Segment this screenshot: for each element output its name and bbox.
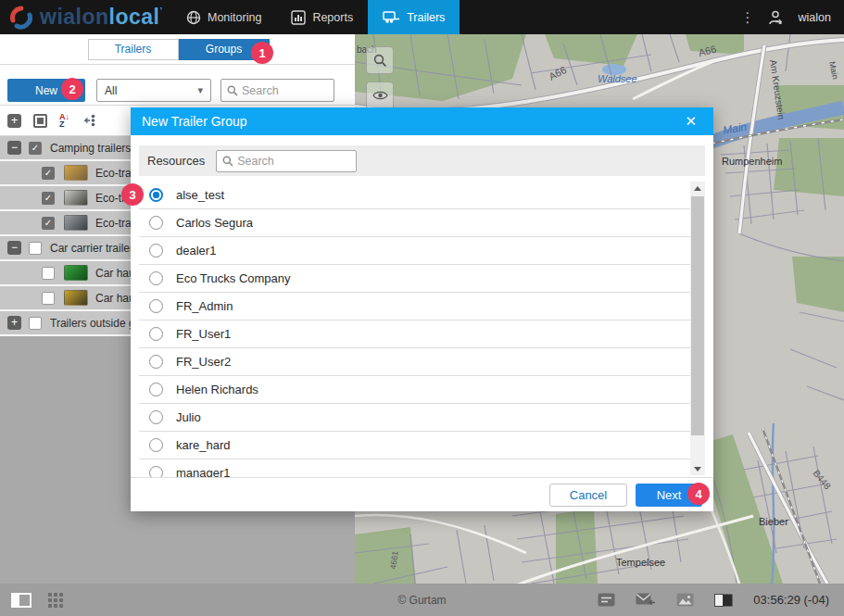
resource-row[interactable]: FR_User1 xyxy=(139,321,690,348)
checkbox[interactable]: ✓ xyxy=(29,142,42,155)
plus-expand-icon[interactable]: + xyxy=(7,316,21,330)
map-label: Waldsee xyxy=(598,73,637,84)
trailer-label: Car hau xyxy=(95,292,135,305)
map-label: Rumpenheim xyxy=(722,156,782,167)
tab-trailers[interactable]: Trailers xyxy=(88,39,179,60)
logo-brand: wialon xyxy=(40,5,109,29)
resource-name: alse_test xyxy=(176,188,224,202)
trailer-photo xyxy=(64,190,88,206)
wialon-logo: wialonlocalʼ xyxy=(0,0,171,34)
annotation-badge-4: 4 xyxy=(687,483,710,505)
minus-expand-icon[interactable]: − xyxy=(7,241,21,255)
dialog-footer: Cancel Next xyxy=(131,477,713,511)
resource-row[interactable]: kare_hard xyxy=(139,432,690,459)
resource-name: FR_User2 xyxy=(176,355,231,369)
resources-bar: Resources xyxy=(139,145,705,176)
radio-button[interactable] xyxy=(149,383,163,396)
map-visibility-button[interactable] xyxy=(366,82,394,109)
logo-product: local xyxy=(109,5,160,29)
map-search-button[interactable] xyxy=(366,46,394,74)
resource-name: Helen Richards xyxy=(176,383,258,396)
radio-button[interactable] xyxy=(149,355,163,369)
scroll-down-icon[interactable] xyxy=(690,462,705,475)
resource-row[interactable]: FR_Admin xyxy=(139,293,690,321)
nav-reports[interactable]: Reports xyxy=(276,0,368,34)
trailer-photo xyxy=(64,165,88,181)
cancel-button[interactable]: Cancel xyxy=(549,484,627,507)
resource-row[interactable]: alse_test xyxy=(139,182,690,209)
user-logout-icon[interactable] xyxy=(767,9,784,26)
checkbox[interactable] xyxy=(29,317,42,330)
expand-all-icon[interactable]: + xyxy=(7,114,21,128)
checkbox[interactable]: ✓ xyxy=(42,192,55,205)
resource-row[interactable]: Helen Richards xyxy=(139,376,690,404)
scroll-up-icon[interactable] xyxy=(690,182,705,195)
resources-scrollbar[interactable] xyxy=(690,182,705,475)
radio-button[interactable] xyxy=(149,299,163,313)
trailer-photo xyxy=(64,215,88,231)
checkbox[interactable]: ✓ xyxy=(42,217,55,230)
app-header: wialonlocalʼ MonitoringReportsTrailers ⋮… xyxy=(0,0,844,34)
annotation-badge-3: 3 xyxy=(121,183,144,206)
scrollbar-thumb[interactable] xyxy=(691,196,704,435)
search-icon xyxy=(227,85,238,96)
panel-toolbar: New All ▾ xyxy=(0,65,355,106)
more-menu-icon[interactable]: ⋮ xyxy=(741,9,752,26)
close-icon[interactable]: ✕ xyxy=(679,113,702,130)
radio-button[interactable] xyxy=(149,327,163,341)
resource-row[interactable]: dealer1 xyxy=(139,237,690,265)
checkbox[interactable] xyxy=(42,292,55,305)
resource-name: Julio xyxy=(176,410,201,424)
group-label: Trailers outside gr xyxy=(50,317,139,330)
search-icon xyxy=(222,156,233,167)
resources-search[interactable] xyxy=(216,150,357,172)
radio-button[interactable] xyxy=(149,438,163,452)
sort-az-icon[interactable]: A↓Z xyxy=(59,113,69,128)
current-time: 03:56:29 (-04) xyxy=(753,593,829,607)
filter-value: All xyxy=(105,84,117,97)
resource-row[interactable]: Carlos Segura xyxy=(139,209,690,237)
select-all-icon[interactable] xyxy=(33,114,47,128)
nav-trailers[interactable]: Trailers xyxy=(368,0,460,34)
resources-list: alse_testCarlos Seguradealer1Eco Trucks … xyxy=(139,182,690,477)
media-icon[interactable] xyxy=(676,593,694,607)
nav-monitoring[interactable]: Monitoring xyxy=(171,0,276,34)
checkbox[interactable] xyxy=(42,267,55,280)
status-bar: © Gurtam 03:56:29 (-04) xyxy=(0,584,844,616)
checkbox[interactable]: ✓ xyxy=(42,167,55,180)
radio-button[interactable] xyxy=(149,216,163,230)
resources-label: Resources xyxy=(147,154,205,168)
resource-name: dealer1 xyxy=(176,244,216,258)
radio-button[interactable] xyxy=(149,271,163,285)
radio-button[interactable] xyxy=(149,466,163,477)
radio-button[interactable] xyxy=(149,410,163,424)
user-name[interactable]: wialon xyxy=(799,11,831,24)
radio-button[interactable] xyxy=(149,244,163,258)
globe-icon xyxy=(186,10,201,25)
radio-button[interactable] xyxy=(149,188,163,202)
resource-row[interactable]: Julio xyxy=(139,404,690,432)
minus-expand-icon[interactable]: − xyxy=(7,141,21,155)
panel-search[interactable] xyxy=(220,79,334,102)
panel-search-input[interactable] xyxy=(242,84,325,97)
filter-dropdown[interactable]: All ▾ xyxy=(96,79,211,102)
resource-row[interactable]: FR_User2 xyxy=(139,348,690,376)
group-label: Camping trailers ( xyxy=(50,142,138,155)
log-icon[interactable] xyxy=(598,593,615,607)
resources-search-input[interactable] xyxy=(237,155,344,168)
panel-tabs: TrailersGroups xyxy=(0,34,355,65)
trailer-label: Car hau xyxy=(95,267,135,280)
resource-row[interactable]: manager1 xyxy=(139,459,690,477)
notifications-mail-icon[interactable] xyxy=(636,593,656,607)
hide-panel-icon[interactable] xyxy=(11,593,31,608)
annotation-badge-1: 1 xyxy=(251,42,273,64)
apps-grid-icon[interactable] xyxy=(48,593,63,608)
checkbox[interactable] xyxy=(29,242,42,255)
group-label: Car carrier trailers xyxy=(50,242,139,255)
reports-icon xyxy=(291,10,306,25)
hierarchy-icon[interactable] xyxy=(82,114,96,127)
map-label: Tempelsee xyxy=(616,557,665,568)
resource-row[interactable]: Eco Trucks Company xyxy=(139,265,690,293)
split-view-icon[interactable] xyxy=(714,594,733,607)
chevron-down-icon: ▾ xyxy=(197,84,203,96)
